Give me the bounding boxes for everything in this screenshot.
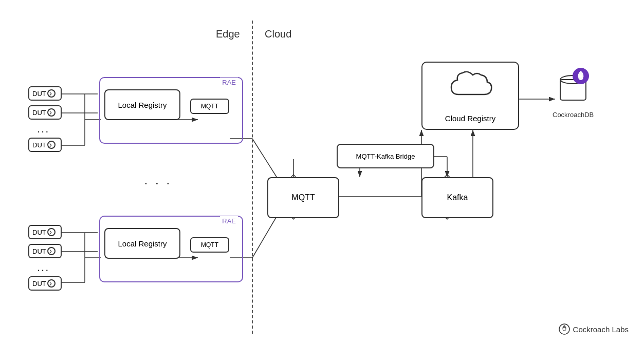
edge-label: Edge [216, 28, 240, 40]
mqtt-edge-top-box: MQTT [190, 99, 229, 114]
rae-label-bottom: RAE [220, 216, 238, 225]
rae-label-top: RAE [220, 78, 238, 87]
dots-bottom: ... [37, 261, 49, 274]
kafka-box: Kafka [421, 177, 493, 218]
svg-point-32 [563, 328, 565, 331]
svg-point-30 [579, 74, 582, 78]
dut-bottom-1: DUT [28, 225, 62, 239]
arrow-icon-5 [47, 247, 56, 255]
local-registry-bottom-container: RAE Local Registry MQTT [99, 216, 243, 282]
edge-cloud-divider [252, 21, 253, 334]
cloud-label: Cloud [265, 28, 291, 40]
cockroachdb-icon [553, 67, 594, 108]
mqtt-cloud-box: MQTT [267, 177, 339, 218]
cloud-registry-box: Cloud Registry [421, 62, 519, 130]
cockroachdb-container: CockroachDB [553, 67, 594, 119]
arrow-icon-4 [47, 228, 56, 236]
mqtt-edge-bottom-box: MQTT [190, 237, 229, 253]
cockroach-labs-icon [559, 323, 570, 335]
dut-bottom-3: DUT [28, 276, 62, 291]
dut-top-3: DUT [28, 138, 62, 152]
footer-brand: Cockroach Labs [559, 323, 629, 335]
connectors-svg [0, 0, 644, 344]
dots-top: ... [37, 122, 49, 136]
mqtt-kafka-bridge-box: MQTT-Kafka Bridge [337, 144, 434, 168]
footer-brand-text: Cockroach Labs [573, 325, 629, 334]
arrow-icon-2 [47, 108, 56, 117]
dut-bottom-2: DUT [28, 244, 62, 258]
arrow-icon-3 [47, 141, 56, 149]
local-registry-top-box: Local Registry [104, 89, 180, 120]
dut-top-1: DUT [28, 86, 62, 101]
arrow-icon-1 [47, 89, 56, 98]
dots-middle: · · · [144, 175, 172, 191]
cockroachdb-label: CockroachDB [553, 111, 594, 119]
local-registry-bottom-box: Local Registry [104, 228, 180, 259]
dut-top-2: DUT [28, 105, 62, 120]
arrow-icon-6 [47, 279, 56, 288]
cloud-registry-label: Cloud Registry [445, 114, 495, 123]
architecture-diagram: Edge Cloud DUT DUT ... DUT RAE Local Reg… [0, 0, 644, 344]
local-registry-top-container: RAE Local Registry MQTT [99, 77, 243, 144]
cloud-icon [447, 68, 493, 101]
